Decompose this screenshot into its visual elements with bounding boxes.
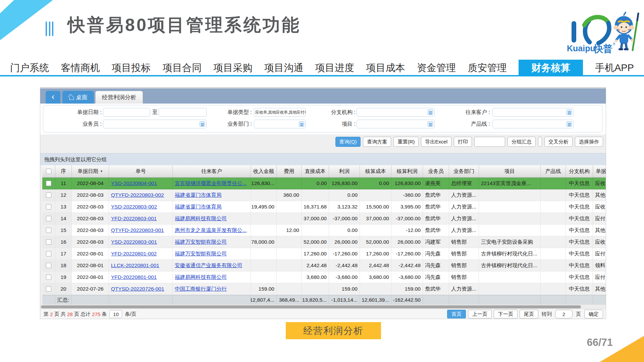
customer-input[interactable] bbox=[492, 108, 574, 117]
toolbar-button-3[interactable]: 导出Excel bbox=[421, 137, 451, 147]
header-cell-department[interactable]: 业务部门 bbox=[449, 165, 479, 177]
nav-item-3[interactable]: 项目合同 bbox=[163, 61, 202, 75]
customer-link[interactable]: 福建万安智能有限公司 bbox=[175, 250, 227, 257]
toolbar-blank-7[interactable] bbox=[538, 137, 542, 147]
toolbar-button-4[interactable]: 打印 bbox=[454, 137, 472, 147]
list-picker-icon[interactable] bbox=[428, 110, 433, 115]
toolbar-button-1[interactable]: 查询方案 bbox=[363, 137, 391, 147]
nav-item-8[interactable]: 资金管理 bbox=[417, 61, 456, 75]
goto-confirm-button[interactable]: 确定 bbox=[584, 310, 603, 318]
back-button[interactable]: ‹ bbox=[46, 91, 60, 104]
customer-link[interactable]: 宜宾骏继洪骝置业有限责任公... bbox=[175, 180, 247, 187]
row-checkbox[interactable] bbox=[46, 263, 51, 268]
header-cell-profit[interactable]: 利润 bbox=[329, 165, 360, 177]
table-row-12[interactable]: 122022-08-03QTYFD-20220803-002福建省厦门市体育局3… bbox=[42, 189, 606, 201]
header-cell-direct_cost[interactable]: 直接成本 bbox=[302, 165, 329, 177]
table-row-20[interactable]: 202022-07-26QTYSD-20220726-001中国工商银行厦门分行… bbox=[42, 283, 606, 295]
customer-link[interactable]: 惠州市龙之泉温泉开发有限公... bbox=[175, 227, 247, 234]
list-picker-icon[interactable] bbox=[428, 121, 433, 127]
row-checkbox[interactable] bbox=[46, 286, 51, 292]
salesman-input[interactable] bbox=[103, 120, 207, 128]
header-cell-expense[interactable]: 费用 bbox=[277, 165, 302, 177]
header-cell-acct_cost[interactable]: 核算成本 bbox=[360, 165, 391, 177]
header-cell-income[interactable]: 收入金额 bbox=[251, 165, 277, 177]
toolbar-button-8[interactable]: 交叉分析 bbox=[544, 137, 573, 147]
header-checkbox[interactable] bbox=[46, 169, 51, 174]
nav-item-6[interactable]: 项目进度 bbox=[315, 61, 354, 75]
pager-button-0[interactable]: 首页 bbox=[447, 310, 466, 318]
table-row-13[interactable]: 132022-08-03YSD-20220803-002福建省厦门市体育局19,… bbox=[42, 201, 606, 213]
customer-link[interactable]: 中国工商银行厦门分行 bbox=[175, 286, 227, 293]
table-row-18[interactable]: 182022-08-01LLCK-20220801-001安徽省通信产业服务有限… bbox=[42, 260, 606, 272]
doc-date-from-input[interactable] bbox=[103, 108, 150, 117]
table-row-14[interactable]: 142022-08-03YFD-20220803-001福建易网科技有限公司37… bbox=[42, 213, 606, 225]
doc_no-link[interactable]: LLCK-20220801-001 bbox=[111, 262, 159, 268]
row-checkbox[interactable] bbox=[46, 251, 51, 256]
customer-link[interactable]: 福建易网科技有限公司 bbox=[175, 274, 227, 281]
nav-item-10[interactable]: 财务核算 bbox=[519, 60, 583, 76]
doc_no-link[interactable]: QTYSD-20220726-001 bbox=[111, 286, 164, 292]
toolbar-button-2[interactable]: 重置(R) bbox=[393, 137, 419, 147]
list-picker-icon[interactable] bbox=[299, 121, 304, 127]
customer-link[interactable]: 福建省厦门市体育局 bbox=[175, 192, 222, 199]
goto-page-input[interactable]: 2 bbox=[555, 310, 573, 318]
header-cell-date[interactable]: 单据日期▼ bbox=[72, 165, 109, 177]
pager-button-2[interactable]: 下一页 bbox=[494, 310, 518, 318]
header-cell-seq[interactable]: 序 bbox=[55, 165, 72, 177]
toolbar-blank-5[interactable] bbox=[474, 137, 505, 147]
header-cell-doc_no[interactable]: 单号 bbox=[109, 165, 173, 177]
table-row-17[interactable]: 172022-08-01YFD-20220801-002福建万安智能有限公司17… bbox=[42, 248, 606, 260]
customer-link[interactable]: 福建易网科技有限公司 bbox=[175, 215, 227, 222]
customer-link[interactable]: 福建省厦门市体育局 bbox=[175, 203, 222, 210]
customer-link[interactable]: 安徽省通信产业服务有限公司 bbox=[175, 262, 243, 269]
nav-item-11[interactable]: 手机APP bbox=[595, 61, 634, 75]
table-row-16[interactable]: 162022-08-03YSD-20220803-001福建万安智能有限公司78… bbox=[42, 236, 606, 248]
nav-item-4[interactable]: 项目采购 bbox=[214, 61, 253, 75]
row-checkbox[interactable] bbox=[46, 239, 51, 245]
tab-desktop[interactable]: 桌面 bbox=[62, 91, 94, 104]
doc_no-link[interactable]: QTYFD-20220803-002 bbox=[111, 192, 164, 198]
nav-item-1[interactable]: 客情商机 bbox=[61, 61, 100, 75]
doc_no-link[interactable]: QTYFD-20220803-001 bbox=[111, 227, 164, 233]
nav-item-0[interactable]: 门户系统 bbox=[10, 61, 49, 75]
nav-item-7[interactable]: 项目成本 bbox=[366, 61, 405, 75]
project-input[interactable] bbox=[357, 120, 435, 128]
tab-profit-analysis[interactable]: 经营利润分析 bbox=[95, 91, 143, 104]
row-checkbox[interactable] bbox=[46, 181, 51, 186]
group-hint-bar[interactable]: 拖拽列头到这里以用它分组 bbox=[40, 153, 606, 165]
pager-button-1[interactable]: 上一页 bbox=[468, 310, 492, 318]
list-picker-icon[interactable] bbox=[200, 121, 205, 127]
doc_no-link[interactable]: YFD-20220801-002 bbox=[111, 251, 157, 257]
nav-item-2[interactable]: 项目投标 bbox=[112, 61, 151, 75]
header-cell-checkbox[interactable] bbox=[42, 165, 55, 177]
scrollbar-thumb[interactable] bbox=[41, 305, 581, 308]
horizontal-scrollbar[interactable] bbox=[40, 305, 606, 309]
product-line-input[interactable] bbox=[492, 120, 574, 128]
list-picker-icon[interactable] bbox=[567, 110, 572, 115]
toolbar-button-9[interactable]: 选择操作 bbox=[575, 137, 603, 147]
doc_no-link[interactable]: YSD-20220803-002 bbox=[111, 204, 157, 210]
header-cell-project[interactable]: 项目 bbox=[479, 165, 541, 177]
doc_no-link[interactable]: YSD-20220803-001 bbox=[111, 239, 157, 245]
header-cell-acct_profit[interactable]: 核算利润 bbox=[391, 165, 423, 177]
branch-input[interactable] bbox=[357, 108, 435, 117]
header-cell-branch[interactable]: 分支机构 bbox=[566, 165, 593, 177]
table-row-11[interactable]: 112022-08-04YSD-20220804-001宜宾骏继洪骝置业有限责任… bbox=[42, 178, 606, 189]
header-cell-customer[interactable]: 往来客户 bbox=[173, 165, 251, 177]
table-row-15[interactable]: 152022-08-03QTYFD-20220803-001惠州市龙之泉温泉开发… bbox=[42, 225, 606, 236]
row-checkbox[interactable] bbox=[46, 275, 51, 280]
nav-item-5[interactable]: 项目沟通 bbox=[264, 61, 303, 75]
header-cell-salesman[interactable]: 业务员 bbox=[423, 165, 449, 177]
department-input[interactable] bbox=[254, 120, 306, 128]
list-picker-icon[interactable] bbox=[567, 121, 572, 127]
toolbar-button-6[interactable]: 分组汇总 bbox=[507, 137, 536, 147]
header-cell-product_line[interactable]: 产品线 bbox=[541, 165, 566, 177]
toolbar-button-0[interactable]: 查询(Q) bbox=[335, 137, 361, 147]
row-checkbox[interactable] bbox=[46, 204, 51, 209]
row-checkbox[interactable] bbox=[46, 228, 51, 233]
customer-link[interactable]: 福建万安智能有限公司 bbox=[175, 239, 227, 246]
nav-item-9[interactable]: 质安管理 bbox=[468, 61, 507, 75]
doc-type-input[interactable]: 应收单,其他应收单,其他应付单∨. bbox=[254, 108, 306, 117]
row-checkbox[interactable] bbox=[46, 216, 51, 221]
doc_no-link[interactable]: YFD-20220803-001 bbox=[111, 216, 157, 222]
